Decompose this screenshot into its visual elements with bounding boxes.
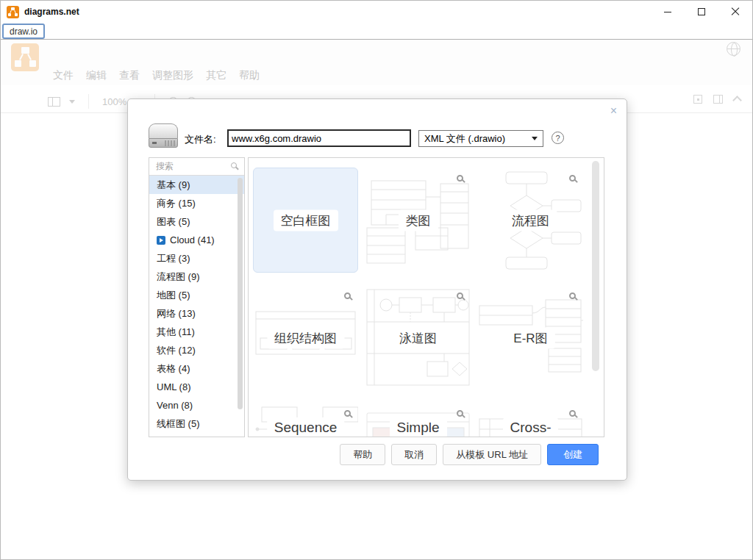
tab-strip: draw.io [1,23,752,40]
category-network[interactable]: 网络 (13) [149,304,244,323]
category-wireframes[interactable]: 线框图 (5) [149,414,244,433]
menu-extras[interactable]: 其它 [206,69,226,82]
maximize-icon [698,8,705,15]
help-icon[interactable]: ? [552,132,564,144]
cloud-play-icon [157,236,165,245]
zoom-preview-icon[interactable] [457,175,463,182]
template-swimlane[interactable]: 泳道图 [365,285,471,390]
dialog-footer: 帮助 取消 从模板 URL 地址 创建 [340,444,599,465]
toolbar-right-group [693,94,740,104]
zoom-preview-icon[interactable] [457,292,463,299]
new-file-dialog: × 文件名: XML 文件 (.drawio) ? 基本 (9) 商务 (15)… [127,98,627,481]
create-button[interactable]: 创建 [547,444,599,465]
zoom-preview-icon[interactable] [569,292,576,299]
zoom-preview-icon[interactable] [344,410,351,417]
category-basic[interactable]: 基本 (9) [149,176,244,194]
search-row [149,158,244,176]
template-grid: 空白框图 [253,168,583,437]
app-header: 文件 编辑 查看 调整图形 其它 帮助 [1,40,752,85]
zoom-preview-icon[interactable] [344,292,351,299]
category-venn[interactable]: Venn (8) [149,396,244,414]
filetype-value: XML 文件 (.drawio) [424,132,505,146]
template-blank[interactable]: 空白框图 [253,168,358,273]
menu-view[interactable]: 查看 [119,69,140,82]
view-format-icon[interactable] [48,97,60,107]
menu-bar: 文件 编辑 查看 调整图形 其它 帮助 [53,69,260,82]
window-title: diagrams.net [24,7,79,17]
title-bar: diagrams.net [1,1,752,23]
category-other[interactable]: 其他 (11) [149,323,244,341]
fullscreen-icon[interactable] [693,95,702,104]
category-business[interactable]: 商务 (15) [149,194,244,212]
language-globe-icon[interactable] [727,42,740,56]
window-controls [651,1,752,23]
filetype-select[interactable]: XML 文件 (.drawio) [418,130,543,147]
category-tables[interactable]: 表格 (4) [149,359,244,378]
category-cloud[interactable]: Cloud (41) [149,231,244,249]
sidebar-scrollbar[interactable] [238,178,243,409]
template-simple[interactable]: Simple [365,403,471,437]
template-org-chart[interactable]: 组织结构图 [253,285,358,390]
menu-help[interactable]: 帮助 [239,69,260,82]
category-sidebar: 基本 (9) 商务 (15) 图表 (5) Cloud (41) 工程 (3) … [149,157,245,437]
close-button[interactable] [718,1,752,23]
category-flowcharts[interactable]: 流程图 (9) [149,268,244,286]
toolbar-divider [88,94,89,109]
menu-edit[interactable]: 编辑 [86,69,107,82]
hard-disk-icon [149,123,178,148]
template-scrollbar[interactable] [592,161,599,371]
maximize-button[interactable] [685,1,718,23]
template-er-diagram[interactable]: E-R图 [478,285,583,390]
template-class-diagram[interactable]: 类图 [365,168,471,273]
zoom-preview-icon[interactable] [569,175,576,182]
template-panel: 空白框图 [248,157,604,437]
chevron-down-icon [532,137,538,140]
drawio-logo-icon-large [11,43,39,71]
zoom-preview-icon[interactable] [569,410,576,417]
category-charts[interactable]: 图表 (5) [149,212,244,231]
dialog-close-icon[interactable]: × [610,105,617,117]
template-sequence[interactable]: Sequence [253,403,358,437]
format-panel-icon[interactable] [713,95,723,104]
collapse-icon[interactable] [732,96,742,105]
category-list: 基本 (9) 商务 (15) 图表 (5) Cloud (41) 工程 (3) … [149,176,244,437]
search-input[interactable] [149,158,220,174]
filename-label: 文件名: [185,133,216,146]
app-window: diagrams.net draw.io 文件 编辑 查看 调整图形 其它 帮助 [0,0,753,560]
category-maps[interactable]: 地图 (5) [149,286,244,304]
zoom-preview-icon[interactable] [457,410,463,417]
category-software[interactable]: 软件 (12) [149,341,244,359]
category-engineering[interactable]: 工程 (3) [149,249,244,268]
minimize-icon [664,12,671,12]
category-uml[interactable]: UML (8) [149,378,244,396]
zoom-level[interactable]: 100% [102,96,126,107]
template-flowchart[interactable]: 流程图 [478,168,583,273]
search-icon [231,162,237,168]
tab-drawio[interactable]: draw.io [2,24,45,39]
menu-arrange[interactable]: 调整图形 [152,69,193,82]
filename-input[interactable] [227,129,411,147]
close-icon [731,7,740,16]
cancel-button[interactable]: 取消 [391,444,437,465]
minimize-button[interactable] [651,1,685,23]
menu-file[interactable]: 文件 [53,69,74,82]
help-button[interactable]: 帮助 [340,444,385,465]
chevron-down-icon[interactable] [69,100,75,104]
template-cross[interactable]: Cross- [478,403,583,437]
from-template-url-button[interactable]: 从模板 URL 地址 [443,444,541,465]
drawio-logo-icon [7,6,19,18]
